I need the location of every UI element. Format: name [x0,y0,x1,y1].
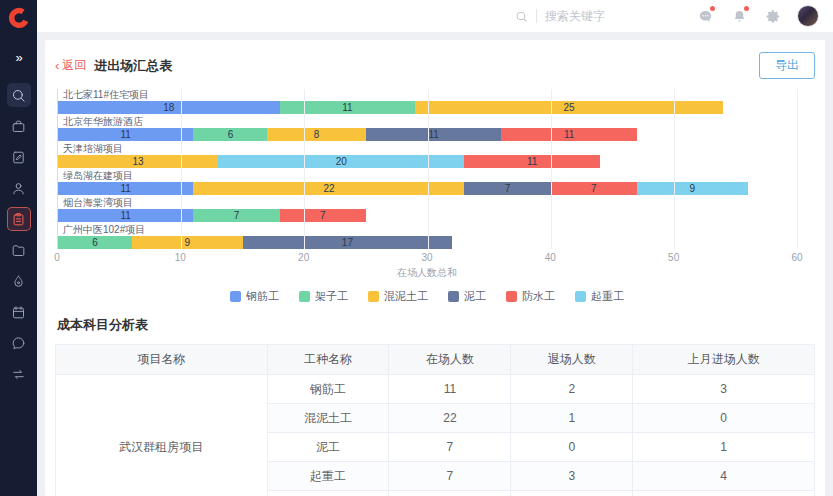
legend-swatch [230,291,241,302]
bar-segment-泥工: 7 [464,182,550,195]
table-cell: 0 [511,433,633,462]
bar-segment-防水工: 11 [501,128,636,141]
user-icon [11,181,26,196]
sidebar-item-approvals[interactable] [7,145,31,169]
sidebar-item-materials[interactable] [7,269,31,293]
bar-segment-混泥土工: 25 [415,101,723,114]
sidebar-item-messages[interactable] [7,331,31,355]
table-cell: 22 [389,404,511,433]
bar-segment-混泥土工: 22 [193,182,464,195]
back-chevron-icon: ‹ [55,59,59,72]
sidebar-item-labor[interactable] [7,176,31,200]
table-cell: 11 [389,375,511,404]
legend-item-钢筋工[interactable]: 钢筋工 [230,289,279,304]
project-label: 烟台海棠湾项目 [63,197,797,208]
page-head: ‹ 返回 进出场汇总表 导出 [55,52,815,79]
table-cell: 1 [633,433,815,462]
bar-track: 1177 [58,209,797,222]
table-cell: 1 [511,404,633,433]
bar-track: 1122779 [58,182,797,195]
chart-plot: 北七家11#住宅项目181125北京年华旅游酒店11681111天津培湖项目13… [57,89,797,249]
bell-icon[interactable] [729,6,749,26]
sidebar-item-transfer[interactable] [7,362,31,386]
project-label: 广州中医102#项目 [63,224,797,235]
table-cell: 3 [511,462,633,491]
sidebar-item-reports[interactable] [7,207,31,231]
x-tick: 30 [421,252,432,263]
table-cell: 起重工 [267,462,389,491]
legend-item-泥工[interactable]: 泥工 [448,289,486,304]
legend-swatch [299,291,310,302]
project-label: 北七家11#住宅项目 [63,89,797,100]
sidebar-item-schedule[interactable] [7,300,31,324]
sidebar-item-projects[interactable] [7,114,31,138]
message-badge [710,6,715,11]
bar-segment-架子工: 7 [193,209,279,222]
table-cell: 9 [389,491,511,496]
chart-bar-row: 天津培湖项目132011 [58,143,797,168]
sidebar-nav [7,83,31,386]
back-label: 返回 [62,57,86,74]
legend-swatch [506,291,517,302]
bar-segment-架子工: 6 [58,236,132,249]
back-link[interactable]: ‹ 返回 [55,57,86,74]
table-header-row: 项目名称工种名称在场人数退场人数上月进场人数 [56,345,815,375]
gear-icon[interactable] [763,6,783,26]
export-button[interactable]: 导出 [759,52,815,79]
bar-segment-钢筋工: 11 [58,182,193,195]
x-tick: 60 [791,252,802,263]
page-title: 进出场汇总表 [94,57,172,75]
project-name-cell: 武汉群租房项目 [56,375,268,496]
chat-icon [11,336,26,351]
clipboard-icon [11,212,26,227]
table-column-header: 项目名称 [56,345,268,375]
table-cell: 2 [633,491,815,496]
chart-bar-row: 北京年华旅游酒店11681111 [58,116,797,141]
legend-label: 混泥土工 [384,289,428,304]
sidebar-item-files[interactable] [7,238,31,262]
bar-segment-混泥土工: 9 [132,236,243,249]
search-icon [515,10,528,23]
bar-segment-防水工: 7 [551,182,637,195]
legend-item-架子工[interactable]: 架子工 [299,289,348,304]
legend-label: 架子工 [315,289,348,304]
x-tick: 40 [545,252,556,263]
topbar [37,0,833,33]
bar-segment-起重工: 20 [218,155,464,168]
bar-rows: 北七家11#住宅项目181125北京年华旅游酒店11681111天津培湖项目13… [58,89,797,249]
legend-label: 钢筋工 [246,289,279,304]
legend-label: 泥工 [464,289,486,304]
legend-swatch [575,291,586,302]
content-card: ‹ 返回 进出场汇总表 导出 北七家11#住宅项目181125北京年华旅游酒店1… [45,40,825,496]
table-cell: 泥工 [267,433,389,462]
x-tick: 50 [668,252,679,263]
search-input[interactable] [545,9,655,23]
sidebar: » [0,0,37,496]
search-icon [11,88,26,103]
bar-track: 11681111 [58,128,797,141]
legend-item-起重工[interactable]: 起重工 [575,289,624,304]
table-cell: 5 [511,491,633,496]
table-column-header: 上月进场人数 [633,345,815,375]
search-divider [536,9,537,23]
sidebar-item-search[interactable] [7,83,31,107]
legend-item-防水工[interactable]: 防水工 [506,289,555,304]
x-tick: 20 [298,252,309,263]
sidebar-collapse-button[interactable]: » [15,50,21,65]
gridline [797,89,798,249]
avatar[interactable] [797,5,819,27]
bar-segment-钢筋工: 18 [58,101,280,114]
bar-segment-架子工: 6 [193,128,267,141]
content-column: ‹ 返回 进出场汇总表 导出 北七家11#住宅项目181125北京年华旅游酒店1… [37,0,833,496]
legend-item-混泥土工[interactable]: 混泥土工 [368,289,428,304]
exchange-icon [11,367,26,382]
briefcase-icon [11,119,26,134]
project-label: 北京年华旅游酒店 [63,116,797,127]
table-column-header: 工种名称 [267,345,389,375]
message-icon[interactable] [695,6,715,26]
bar-segment-防水工: 7 [280,209,366,222]
table-column-header: 在场人数 [389,345,511,375]
legend-label: 防水工 [522,289,555,304]
topbar-search [515,9,655,23]
project-label: 绿岛湖在建项目 [63,170,797,181]
